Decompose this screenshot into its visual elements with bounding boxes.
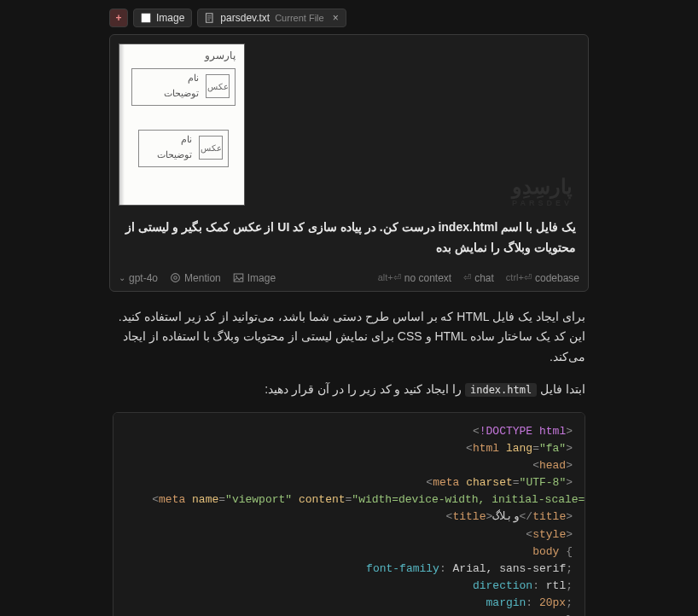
- sketch-heading: پارسرو: [205, 49, 236, 62]
- inline-code: index.html: [465, 383, 537, 397]
- image-icon: [233, 272, 244, 283]
- sketch-title: نام: [188, 73, 199, 84]
- close-icon[interactable]: ×: [333, 12, 339, 24]
- svg-rect-0: [142, 14, 151, 23]
- tab-image[interactable]: Image: [133, 9, 192, 27]
- sketch-thumb: عکس: [199, 136, 223, 160]
- prompt-footer: ⌄ gpt-4o Mention Image alt+⏎ no context …: [110, 267, 588, 291]
- at-icon: [170, 272, 181, 283]
- tab-file-name: parsdev.txt: [220, 12, 270, 24]
- attach-image-button[interactable]: Image: [233, 272, 276, 284]
- assistant-reply: برای ایجاد یک فایل HTML که بر اساس طرح د…: [109, 307, 589, 616]
- sketch-desc: توضیحات: [164, 88, 199, 99]
- mention-button[interactable]: Mention: [170, 272, 221, 284]
- chevron-down-icon: ⌄: [119, 273, 125, 282]
- sketch-thumb: عکس: [206, 74, 230, 98]
- prompt-panel: پارسرو عکس نام توضیحات عکس نام توضیحات پ…: [109, 34, 589, 292]
- tab-image-label: Image: [156, 12, 184, 24]
- model-selector[interactable]: ⌄ gpt-4o: [119, 272, 158, 284]
- image-icon: [141, 13, 151, 23]
- tab-file[interactable]: parsdev.txt Current File ×: [197, 9, 346, 27]
- reply-paragraph: برای ایجاد یک فایل HTML که بر اساس طرح د…: [113, 307, 585, 368]
- svg-point-8: [236, 276, 237, 277]
- add-context-button[interactable]: +: [109, 9, 128, 27]
- nocontext-hint[interactable]: alt+⏎ no context: [378, 272, 451, 284]
- codebase-hint[interactable]: ctrl+⏎ codebase: [506, 272, 579, 284]
- file-icon: [205, 13, 215, 23]
- sketch-desc: توضیحات: [157, 149, 192, 160]
- svg-point-5: [172, 274, 180, 282]
- chat-hint[interactable]: ⏎ chat: [463, 272, 494, 284]
- svg-point-6: [174, 276, 177, 280]
- code-block[interactable]: <!DOCTYPE html> <html lang="fa"> <head> …: [113, 412, 585, 616]
- code-content: <!DOCTYPE html> <html lang="fa"> <head> …: [113, 413, 585, 616]
- context-tab-bar: + Image parsdev.txt Current File ×: [109, 5, 589, 31]
- reply-paragraph: ابتدا فایل index.html را ایجاد کنید و کد…: [113, 380, 585, 400]
- user-prompt-text: یک فایل با اسم index.html درست کن. در پی…: [110, 214, 588, 267]
- tab-file-sub: Current File: [275, 13, 323, 23]
- sketch-title: نام: [181, 134, 192, 145]
- sketch-mockup: پارسرو عکس نام توضیحات عکس نام توضیحات: [119, 44, 245, 206]
- attached-image[interactable]: پارسرو عکس نام توضیحات عکس نام توضیحات پ…: [110, 35, 588, 214]
- watermark: پارسِدِو PARSDEV: [512, 175, 573, 207]
